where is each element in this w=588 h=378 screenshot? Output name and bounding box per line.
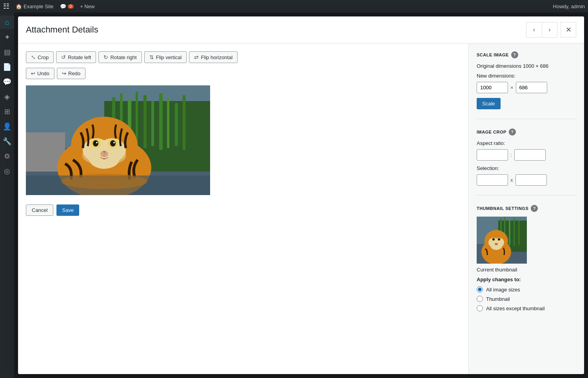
rotate-left-label: Rotate left bbox=[68, 54, 91, 60]
edit-toolbar: ⤡ Crop ↺ Rotate left ↻ Rotate right ⇅ Fl… bbox=[26, 51, 461, 63]
radio-input-thumbnail[interactable] bbox=[477, 296, 483, 302]
wp-sidebar: ⌂ ✦ ▤ 📄 💬 ◈ ⊞ 👤 🔧 ⚙ ◎ bbox=[0, 13, 14, 378]
undo-button[interactable]: ↩ Undo bbox=[26, 68, 54, 79]
flip-vertical-button[interactable]: ⇅ Flip vertical bbox=[144, 51, 187, 63]
selection-label: Selection: bbox=[477, 165, 576, 171]
svg-point-22 bbox=[93, 140, 98, 146]
wp-logo[interactable]: ☷ bbox=[3, 2, 9, 11]
radio-option-all-sizes[interactable]: All image sizes bbox=[477, 286, 576, 293]
aspect-height-input[interactable] bbox=[514, 149, 546, 161]
thumbnail-settings-section: THUMBNAIL SETTINGS ? bbox=[477, 205, 576, 324]
original-dimensions: Original dimensions 1000 × 686 bbox=[477, 63, 576, 69]
radio-option-all-except[interactable]: All sizes except thumbnail bbox=[477, 305, 576, 311]
cancel-button[interactable]: Cancel bbox=[26, 204, 53, 216]
flip-horizontal-icon: ⇄ bbox=[194, 54, 199, 60]
aspect-ratio-inputs: : bbox=[477, 149, 576, 161]
selection-height-input[interactable] bbox=[515, 174, 547, 186]
apply-changes-options: All image sizesThumbnailAll sizes except… bbox=[477, 286, 576, 311]
right-panel: SCALE IMAGE ? Original dimensions 1000 ×… bbox=[468, 43, 584, 374]
scale-image-help-icon[interactable]: ? bbox=[511, 51, 518, 58]
svg-rect-12 bbox=[167, 97, 169, 148]
rotate-right-label: Rotate right bbox=[110, 54, 136, 60]
svg-rect-11 bbox=[159, 93, 163, 150]
redo-icon: ↪ bbox=[62, 71, 66, 76]
comments-item[interactable]: 💬 0 bbox=[60, 4, 74, 9]
scale-separator: × bbox=[510, 85, 514, 90]
undo-icon: ↩ bbox=[31, 71, 35, 76]
svg-rect-14 bbox=[183, 95, 185, 150]
flip-horizontal-button[interactable]: ⇄ Flip horizontal bbox=[189, 51, 238, 63]
scale-image-section: SCALE IMAGE ? Original dimensions 1000 ×… bbox=[477, 51, 576, 119]
sidebar-icon-users[interactable]: 👤 bbox=[0, 120, 14, 133]
modal-close-button[interactable]: ✕ bbox=[561, 22, 576, 38]
crop-button[interactable]: ⤡ Crop bbox=[26, 51, 54, 63]
selection-inputs: x bbox=[477, 174, 576, 186]
svg-point-24 bbox=[96, 142, 98, 143]
svg-rect-37 bbox=[514, 218, 515, 246]
radio-label-all-sizes: All image sizes bbox=[486, 287, 520, 293]
thumbnail-settings-help-icon[interactable]: ? bbox=[531, 205, 538, 212]
undo-redo-row: ↩ Undo ↪ Redo bbox=[26, 68, 461, 79]
scale-width-input[interactable] bbox=[477, 82, 508, 93]
crop-icon: ⤡ bbox=[31, 54, 36, 60]
scale-button[interactable]: Scale bbox=[477, 98, 501, 109]
svg-point-23 bbox=[110, 140, 116, 146]
svg-point-25 bbox=[113, 142, 115, 143]
rotate-left-button[interactable]: ↺ Rotate left bbox=[56, 51, 96, 63]
aspect-ratio-label: Aspect ratio: bbox=[477, 140, 576, 146]
svg-rect-36 bbox=[509, 220, 510, 245]
sidebar-icon-media[interactable]: ▤ bbox=[0, 45, 14, 59]
selection-width-input[interactable] bbox=[477, 174, 508, 186]
svg-rect-10 bbox=[151, 101, 154, 146]
modal-body: ⤡ Crop ↺ Rotate left ↻ Rotate right ⇅ Fl… bbox=[18, 43, 584, 374]
radio-label-all-except: All sizes except thumbnail bbox=[486, 306, 545, 311]
image-crop-help-icon[interactable]: ? bbox=[509, 128, 516, 136]
scale-image-title: SCALE IMAGE ? bbox=[477, 51, 576, 58]
thumbnail-preview-image bbox=[477, 217, 527, 264]
comments-count: 0 bbox=[68, 4, 74, 9]
comment-icon: 💬 bbox=[60, 4, 66, 9]
sidebar-icon-pages[interactable]: 📄 bbox=[0, 60, 14, 74]
tiger-image bbox=[26, 85, 210, 195]
home-icon: 🏠 bbox=[16, 4, 22, 9]
image-crop-title: IMAGE CROP ? bbox=[477, 128, 576, 136]
modal-overlay: Attachment Details ‹ › ✕ ⤡ Crop bbox=[14, 13, 588, 378]
modal-header: Attachment Details ‹ › ✕ bbox=[18, 16, 584, 43]
flip-horizontal-label: Flip horizontal bbox=[201, 54, 232, 60]
flip-vertical-icon: ⇅ bbox=[149, 54, 154, 60]
rotate-left-icon: ↺ bbox=[61, 54, 66, 60]
modal-nav: ‹ › bbox=[526, 22, 557, 38]
flip-vertical-label: Flip vertical bbox=[156, 54, 182, 60]
scale-height-input[interactable] bbox=[516, 82, 547, 93]
undo-label: Undo bbox=[37, 71, 49, 76]
sidebar-icon-plugins[interactable]: ⊞ bbox=[0, 105, 14, 118]
sidebar-icon-appearance[interactable]: ◈ bbox=[0, 90, 14, 103]
svg-rect-38 bbox=[518, 221, 520, 245]
new-item[interactable]: + New bbox=[80, 4, 94, 9]
svg-rect-13 bbox=[175, 103, 178, 146]
radio-input-all-except[interactable] bbox=[477, 305, 483, 311]
edit-area: ⤡ Crop ↺ Rotate left ↻ Rotate right ⇅ Fl… bbox=[18, 43, 468, 374]
aspect-width-input[interactable] bbox=[477, 149, 508, 161]
sidebar-icon-posts[interactable]: ✦ bbox=[0, 31, 14, 44]
image-preview bbox=[26, 85, 210, 197]
redo-button[interactable]: ↪ Redo bbox=[57, 68, 85, 79]
radio-input-all-sizes[interactable] bbox=[477, 286, 483, 293]
sidebar-icon-collapse[interactable]: ◎ bbox=[0, 165, 14, 178]
sidebar-icon-comments[interactable]: 💬 bbox=[0, 75, 14, 89]
modal-next-button[interactable]: › bbox=[542, 22, 557, 38]
sidebar-icon-tools[interactable]: 🔧 bbox=[0, 135, 14, 148]
new-label: + New bbox=[80, 4, 94, 9]
attachment-details-modal: Attachment Details ‹ › ✕ ⤡ Crop bbox=[18, 16, 584, 374]
radio-option-thumbnail[interactable]: Thumbnail bbox=[477, 296, 576, 302]
save-button[interactable]: Save bbox=[56, 204, 79, 216]
svg-point-30 bbox=[61, 174, 147, 189]
sidebar-icon-dashboard[interactable]: ⌂ bbox=[0, 16, 14, 29]
site-name-item[interactable]: 🏠 Example Site bbox=[16, 4, 54, 9]
svg-point-43 bbox=[490, 241, 502, 250]
modal-prev-button[interactable]: ‹ bbox=[526, 22, 542, 38]
admin-bar: ☷ 🏠 Example Site 💬 0 + New Howdy, admin bbox=[0, 0, 588, 13]
svg-rect-9 bbox=[143, 95, 147, 148]
rotate-right-button[interactable]: ↻ Rotate right bbox=[98, 51, 142, 63]
sidebar-icon-settings[interactable]: ⚙ bbox=[0, 150, 14, 163]
